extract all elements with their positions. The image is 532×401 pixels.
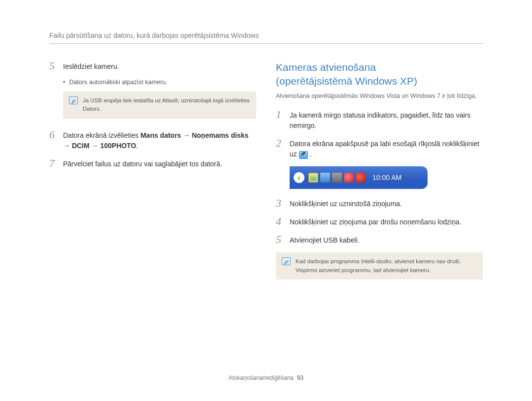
- step-5-right: 5 Atvienojiet USB kabeli.: [276, 234, 483, 246]
- step-7: 7 Pārvelciet failus uz datoru vai saglab…: [49, 158, 256, 169]
- step-text: Ieslēdziet kameru.: [63, 61, 119, 72]
- step-1: 1 Ja kamerā mirgo statusa indikators, pa…: [276, 109, 483, 131]
- section-intro: Atvienošana operētājsistēmās Windows Vis…: [276, 92, 483, 101]
- tray-icon: [356, 173, 366, 183]
- step-text: Datora ekrāna apakšpusē pa labi esošajā …: [290, 138, 483, 159]
- two-column-layout: 5 Ieslēdziet kameru. • Dators automātisk…: [49, 61, 483, 290]
- footer-section: Atskaņošana/rediģēšana: [229, 374, 294, 381]
- note-icon: ℘: [69, 96, 78, 104]
- taskbar-expand-icon: ‹: [294, 172, 304, 183]
- tray-icon: [332, 173, 342, 183]
- note-box-intelli-studio: ℘ Kad darbojas programma Intelli-studio,…: [276, 252, 483, 279]
- step-3: 3 Noklikšķiniet uz uznirstošā ziņojuma.: [276, 198, 483, 209]
- step-text: Pārvelciet failus uz datoru vai saglabāj…: [63, 158, 222, 169]
- page-footer: Atskaņošana/rediģēšana 93: [0, 374, 532, 381]
- step-number: 5: [276, 234, 285, 246]
- step-6: 6 Datora ekrānā izvēlieties Mans dators …: [49, 129, 256, 151]
- left-column: 5 Ieslēdziet kameru. • Dators automātisk…: [49, 61, 256, 290]
- step-number: 6: [49, 129, 58, 151]
- step-number: 4: [276, 216, 285, 227]
- bullet-text: Dators automātiski atpazīst kameru.: [69, 79, 167, 86]
- step-text: Noklikšķiniet uz uznirstošā ziņojuma.: [290, 198, 402, 209]
- section-title: Kameras atvienošana (operētājsistēmā Win…: [276, 61, 483, 89]
- safely-remove-hardware-icon: [299, 151, 308, 159]
- step-text: Ja kamerā mirgo statusa indikators, paga…: [290, 109, 483, 131]
- step-2: 2 Datora ekrāna apakšpusē pa labi esošaj…: [276, 138, 483, 159]
- step-5: 5 Ieslēdziet kameru.: [49, 61, 256, 72]
- document-page: Failu pārsūtīšana uz datoru, kurā darboj…: [0, 0, 532, 290]
- tray-icon: [320, 173, 330, 183]
- windows-xp-taskbar-screenshot: ‹ 10:00 AM: [290, 166, 428, 189]
- bullet-dot: •: [63, 79, 65, 86]
- step-text: Datora ekrānā izvēlieties Mans dators → …: [63, 129, 256, 151]
- note-box-usb: ℘ Ja USB iespēja tiek iestatīta uz Atlas…: [63, 92, 256, 119]
- step-text: Atvienojiet USB kabeli.: [290, 234, 360, 246]
- page-number: 93: [297, 374, 303, 381]
- step-number: 7: [49, 158, 58, 169]
- step-number: 1: [276, 109, 285, 131]
- bullet-item: • Dators automātiski atpazīst kameru.: [63, 79, 256, 86]
- right-column: Kameras atvienošana (operētājsistēmā Win…: [276, 61, 483, 290]
- step-number: 3: [276, 198, 285, 209]
- note-icon: ℘: [282, 257, 291, 265]
- taskbar-clock: 10:00 AM: [372, 174, 401, 182]
- note-text: Ja USB iespēja tiek iestatīta uz Atlasīt…: [83, 96, 250, 114]
- step-number: 5: [49, 61, 58, 72]
- step-text: Noklikšķiniet uz ziņojuma par drošu noņe…: [290, 216, 462, 227]
- note-text: Kad darbojas programma Intelli-studio, a…: [296, 257, 477, 275]
- step-number: 2: [276, 138, 285, 159]
- tray-icon: [344, 173, 354, 183]
- safely-remove-hardware-tray-icon: [308, 173, 318, 183]
- page-header-title: Failu pārsūtīšana uz datoru, kurā darboj…: [49, 31, 483, 44]
- step-4: 4 Noklikšķiniet uz ziņojuma par drošu no…: [276, 216, 483, 227]
